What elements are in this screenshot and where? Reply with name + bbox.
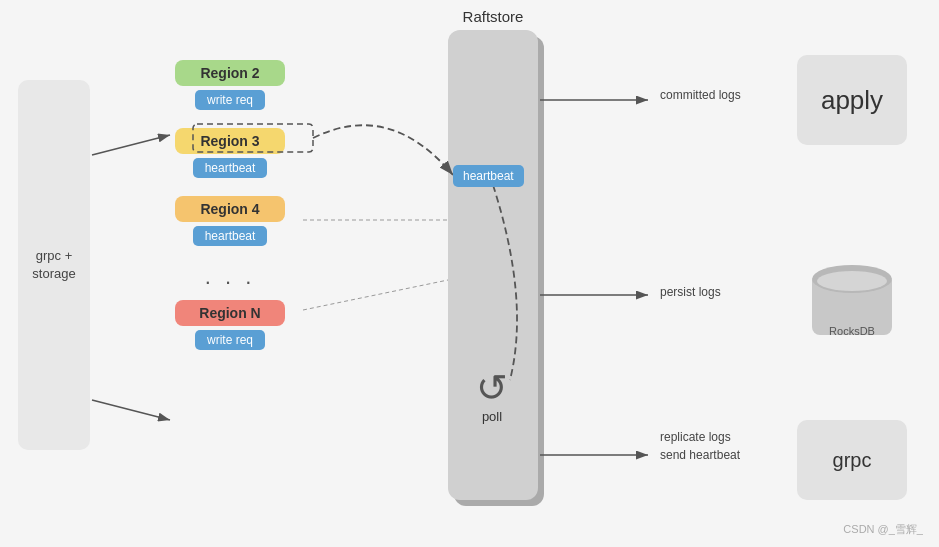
persist-logs-label: persist logs	[660, 285, 721, 299]
grpc-right-box: grpc	[797, 420, 907, 500]
rocksdb-container: RocksDB	[797, 255, 907, 345]
region-3-item: Region 3 heartbeat	[165, 128, 295, 178]
rocksdb-cylinder: RocksDB	[812, 265, 892, 335]
cylinder-top-inner	[817, 271, 887, 291]
rocksdb-label: RocksDB	[829, 325, 875, 337]
region4-to-raftstore	[303, 280, 448, 310]
dashed-arrow-write-to-heartbeat	[313, 125, 453, 175]
ellipsis: . . .	[165, 264, 295, 290]
region-4-item: Region 4 heartbeat	[165, 196, 295, 246]
arrow-grpc-to-region2	[92, 135, 170, 155]
poll-label: poll	[482, 409, 502, 424]
apply-box: apply	[797, 55, 907, 145]
region-2-badge: write req	[195, 90, 265, 110]
region-2-item: Region 2 write req	[165, 60, 295, 110]
grpc-storage-box: grpc + storage	[18, 80, 90, 450]
region-n-badge: write req	[195, 330, 265, 350]
regions-column: Region 2 write req Region 3 heartbeat Re…	[165, 60, 295, 368]
committed-logs-label: committed logs	[660, 88, 741, 102]
region-4-label: Region 4	[175, 196, 285, 222]
replicate-logs-label: replicate logs	[660, 430, 731, 444]
apply-label: apply	[821, 85, 883, 116]
region-3-label: Region 3	[175, 128, 285, 154]
raftstore-heartbeat-badge: heartbeat	[453, 165, 524, 187]
region-4-badge: heartbeat	[193, 226, 268, 246]
region-n-item: Region N write req	[165, 300, 295, 350]
region-2-label: Region 2	[175, 60, 285, 86]
region-3-badge: heartbeat	[193, 158, 268, 178]
grpc-storage-label: grpc + storage	[18, 247, 90, 283]
cylinder-top	[812, 265, 892, 293]
region-n-label: Region N	[175, 300, 285, 326]
send-heartbeat-label: send heartbeat	[660, 448, 740, 462]
poll-arrow-icon: ↺	[476, 369, 508, 407]
arrow-grpc-to-regionN	[92, 400, 170, 420]
grpc-right-label: grpc	[833, 449, 872, 472]
raftstore-title: Raftstore	[448, 8, 538, 25]
diagram: grpc + storage Region 2 write req Region…	[0, 0, 939, 547]
watermark: CSDN @_雪辉_	[843, 522, 923, 537]
poll-area: ↺ poll	[456, 360, 528, 432]
